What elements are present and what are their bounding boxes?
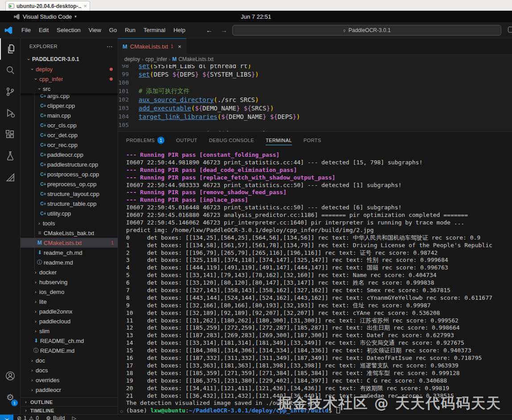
- menu-run[interactable]: Run: [121, 25, 139, 35]
- section-label: OUTLINE: [30, 400, 53, 405]
- tree-item-paddle2onnx[interactable]: ›paddle2onnx: [20, 306, 118, 316]
- chevron-right-icon: ›: [36, 221, 43, 226]
- build-button[interactable]: ⚙ Build: [42, 415, 68, 420]
- build-label: Build: [53, 415, 65, 420]
- tree-item-docker[interactable]: ›docker: [20, 267, 118, 277]
- tree-item-structure-table-cpp[interactable]: C+structure_table.cpp: [20, 199, 118, 208]
- tree-item-main-cpp[interactable]: C+main.cpp: [20, 110, 118, 120]
- tree-item-docs[interactable]: ›docs: [20, 365, 118, 375]
- menu-selection[interactable]: Selection: [53, 25, 84, 35]
- tree-item-tools[interactable]: ›tools: [20, 218, 118, 228]
- vm-tab-close-icon[interactable]: ×: [83, 3, 87, 9]
- tree-item-paddleocr-cpp[interactable]: C+paddleocr.cpp: [20, 150, 118, 159]
- ruler-icon[interactable]: [0, 167, 20, 188]
- settings-icon[interactable]: ⚙1: [0, 387, 20, 408]
- tree-item-ppocr[interactable]: ›ppocr: [20, 395, 118, 397]
- tree-item-args-cpp[interactable]: C+args.cpp: [20, 94, 118, 101]
- forward-arrow-icon[interactable]: →: [221, 26, 227, 34]
- chevron-right-icon: ›: [32, 309, 39, 314]
- more-actions-icon[interactable]: ⋯: [106, 43, 113, 50]
- run-debug-icon[interactable]: [0, 102, 20, 124]
- tree-item-paddleocr[interactable]: ›paddleocr: [20, 385, 118, 395]
- run-button[interactable]: ▷: [69, 415, 80, 420]
- search-icon[interactable]: [0, 60, 20, 81]
- account-icon[interactable]: [0, 365, 20, 387]
- tree-item-label: structure_table.cpp: [47, 200, 97, 207]
- extensions-icon[interactable]: [0, 124, 20, 145]
- breadcrumb-item[interactable]: cpp_infer: [145, 56, 167, 62]
- tree-item-overrides[interactable]: ›overrides: [20, 375, 118, 385]
- tree-item-readme-md[interactable]: ⓘreadme.md: [20, 257, 118, 267]
- testing-icon[interactable]: [0, 145, 20, 167]
- explorer-icon[interactable]: [0, 38, 20, 60]
- tree-item-clipper-cpp[interactable]: C+clipper.cpp: [20, 101, 118, 110]
- menu-terminal[interactable]: Terminal: [139, 25, 169, 35]
- tree-item-slim[interactable]: ›slim: [20, 326, 118, 336]
- tree-item-readme-ch-md[interactable]: ⬇readme_ch.md: [20, 248, 118, 257]
- section-label: TIMELINE: [30, 408, 54, 413]
- tree-item-paddlecloud[interactable]: ›paddlecloud: [20, 316, 118, 326]
- terminal-det-line: 4 det boxes: [[444,119],[491,119],[491,1…: [126, 264, 512, 272]
- tree-item-utility-cpp[interactable]: C+utility.cpp: [20, 208, 118, 218]
- tab-cmakelists[interactable]: M CMakeLists.txt 1 ×: [118, 38, 186, 54]
- chevron-right-icon: ›: [32, 280, 39, 285]
- panel-tab-output[interactable]: OUTPUT: [176, 132, 197, 149]
- terminal-log-line: I0607 22:50:45.016880 46723 analysis_pre…: [126, 212, 512, 219]
- tree-item-readme-md[interactable]: ⓘREADME.md: [20, 346, 118, 355]
- warning-count: 0: [36, 415, 39, 420]
- menu-edit[interactable]: Edit: [35, 25, 53, 35]
- code-line-98: 98set(SYSTEM_LIBS dl pthread rt): [118, 65, 512, 70]
- tree-item-cpp-infer[interactable]: ›cpp_infer: [20, 74, 118, 84]
- layout-toggle-icon[interactable]: [508, 27, 512, 33]
- problems-status[interactable]: ⊘ 1 ⚠ 0: [13, 415, 42, 420]
- menu-view[interactable]: View: [85, 25, 105, 35]
- terminal[interactable]: --- Running PIR pass [constant_folding_p…: [118, 151, 512, 414]
- terminal-det-line: 12 det boxes: [[185,259],[272,259],[272,…: [126, 324, 512, 332]
- tree-item-label: paddlestructure.cpp: [47, 161, 98, 168]
- tree-item-paddleocr-3-0-1[interactable]: ›PADDLEOCR-3.0.1: [20, 54, 118, 64]
- watermark: 掘金技术社区 @ 天天代码码天天: [278, 394, 501, 413]
- info-file-icon: ⓘ: [36, 259, 44, 266]
- command-center-search[interactable]: ⌕ PaddleOCR-3.0.1: [232, 25, 501, 36]
- tree-item-paddlestructure-cpp[interactable]: C+paddlestructure.cpp: [20, 159, 118, 169]
- code-editor[interactable]: 98set(SYSTEM_LIBS dl pthread rt)99set(DE…: [118, 65, 512, 131]
- menu-go[interactable]: Go: [105, 25, 121, 35]
- tree-item-label: paddle2onnx: [39, 308, 72, 315]
- panel-tab-debug-console[interactable]: DEBUG CONSOLE: [209, 132, 254, 149]
- tree-item-cmakelists-bak-txt[interactable]: ≡CMakeLists_bak.txt: [20, 228, 118, 238]
- tree-item-cmakelists-txt[interactable]: MCMakeLists.txt1: [20, 238, 118, 248]
- breadcrumb-item[interactable]: CMakeLists.txt: [178, 56, 213, 62]
- panel-tab-terminal[interactable]: TERMINAL: [266, 132, 292, 149]
- close-icon[interactable]: ×: [178, 43, 181, 50]
- menu-help[interactable]: Help: [169, 25, 189, 35]
- section-timeline[interactable]: ›TIMELINE: [20, 406, 118, 414]
- panel-tab-ports[interactable]: PORTS: [303, 132, 321, 149]
- tree-item-structure-layout-cpp[interactable]: C+structure_layout.cpp: [20, 189, 118, 199]
- panel-tab-problems[interactable]: PROBLEMS1: [126, 132, 164, 149]
- vm-tab[interactable]: ubuntu-20.04.6-desktop-... ×: [5, 1, 90, 11]
- system-clock[interactable]: Jun 7 22:51: [0, 13, 512, 20]
- tree-item-ios-demo[interactable]: ›ios_demo: [20, 287, 118, 297]
- tree-item-preprocess-op-cpp[interactable]: C+preprocess_op.cpp: [20, 179, 118, 189]
- tree-item-ocr-det-cpp[interactable]: C+ocr_det.cpp: [20, 130, 118, 140]
- tree-item-postprocess-op-cpp[interactable]: C+postprocess_op.cpp: [20, 169, 118, 179]
- back-arrow-icon[interactable]: ←: [206, 26, 213, 34]
- source-control-icon[interactable]: [0, 81, 20, 102]
- remote-indicator[interactable]: ><: [0, 415, 13, 420]
- tree-item-lite[interactable]: ›lite: [20, 297, 118, 306]
- breadcrumb-separator-icon: ›: [169, 57, 170, 62]
- terminal-log-line: predict img: /home/lxw/PaddleOCR-3.0.1/d…: [126, 227, 512, 234]
- tree-item-doc[interactable]: ›doc: [20, 355, 118, 365]
- tree-item-src[interactable]: ›src: [20, 84, 118, 94]
- tree-item-ocr-cls-cpp[interactable]: C+ocr_cls.cpp: [20, 120, 118, 130]
- terminal-log-line: --- Running PIR pass [inplace_pass]: [126, 196, 512, 204]
- tree-item-ocr-rec-cpp[interactable]: C+ocr_rec.cpp: [20, 140, 118, 150]
- breadcrumb-item[interactable]: deploy: [124, 56, 140, 62]
- chevron-right-icon: ›: [32, 290, 39, 294]
- section-outline[interactable]: ›OUTLINE: [20, 397, 118, 406]
- terminal-det-line: 16 det boxes: [[187,332],[311,332],[311,…: [126, 355, 512, 362]
- menu-file[interactable]: File: [17, 25, 35, 35]
- tree-item-hubserving[interactable]: ›hubserving: [20, 277, 118, 287]
- tree-item-deploy[interactable]: ›deploy: [20, 64, 118, 74]
- tree-item-readme-ch-md[interactable]: ⬇README_ch.md: [20, 336, 118, 346]
